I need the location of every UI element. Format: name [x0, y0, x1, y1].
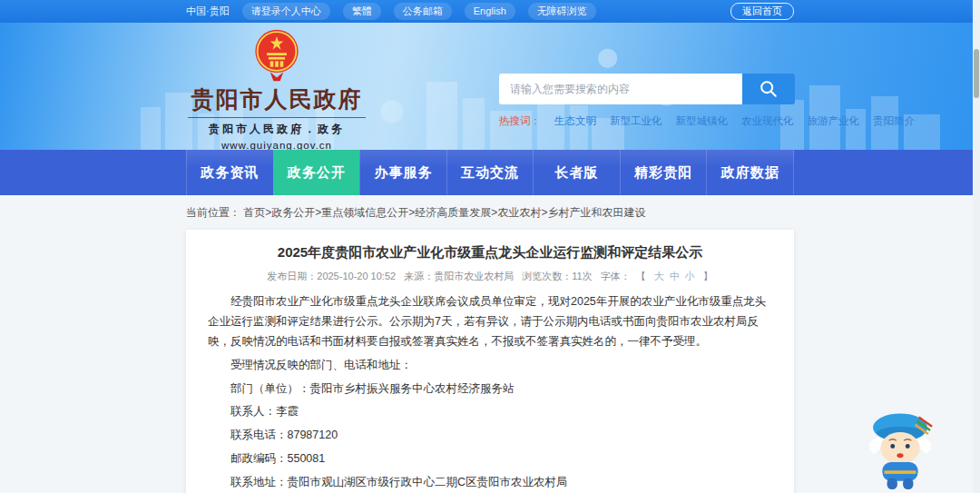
- article-paragraph: 部门（单位）：贵阳市乡村振兴服务中心农村经济服务站: [208, 380, 772, 399]
- site-name: 贵阳市人民政府: [186, 84, 368, 114]
- nav-tab[interactable]: 精彩贵阳: [620, 150, 707, 195]
- search-icon: [759, 79, 779, 99]
- breadcrumb-path[interactable]: 首页>政务公开>重点领域信息公开>经济高质量发展>农业农村>乡村产业和农田建设: [243, 206, 645, 219]
- article-paragraph: 联系人：李霞: [208, 402, 772, 422]
- site-header: 贵阳市人民政府 贵阳市人民政府．政务 www.guiyang.gov.cn 热搜…: [0, 23, 980, 150]
- topbar-link[interactable]: 公务邮箱: [394, 3, 452, 20]
- hot-search-word[interactable]: 新型工业化: [610, 114, 662, 128]
- scrollbar-track[interactable]: [973, 0, 980, 493]
- font-size-bracket: 】: [703, 271, 713, 281]
- topbar-link[interactable]: 无障碍浏览: [528, 3, 596, 20]
- article-paragraph: 联系电话：87987120: [208, 426, 772, 446]
- logo-divider: [188, 117, 366, 118]
- article-paragraph: 联系地址：贵阳市观山湖区市级行政中心二期C区贵阳市农业农村局: [208, 473, 772, 493]
- search-block: 热搜词： 生态文明 新型工业化 新型城镇化 农业现代化 旅游产业化 贵阳简介: [499, 74, 795, 128]
- breadcrumb-label: 当前位置：: [186, 206, 240, 219]
- nav-tab[interactable]: 长者版: [533, 150, 620, 195]
- scrollbar-thumb[interactable]: [974, 49, 979, 98]
- nav-tab[interactable]: 政务资讯: [186, 150, 273, 195]
- hot-search-label: 热搜词：: [499, 114, 541, 128]
- font-size-option[interactable]: 小: [685, 271, 695, 281]
- nav-tab[interactable]: 政府数据: [706, 150, 794, 195]
- nav-tab[interactable]: 办事服务: [359, 150, 446, 195]
- font-size-option[interactable]: 大: [654, 271, 664, 281]
- hot-search-word[interactable]: 农业现代化: [741, 114, 794, 128]
- article-paragraph: 经贵阳市农业产业化市级重点龙头企业联席会议成员单位审定，现对2025年开展的农业…: [208, 292, 772, 352]
- font-size-options: 大中小: [652, 271, 698, 281]
- back-to-home-button[interactable]: 返回首页: [730, 3, 794, 20]
- article-title: 2025年度贵阳市农业产业化市级重点龙头企业运行监测和评定结果公示: [208, 244, 772, 261]
- topbar-link[interactable]: English: [465, 3, 515, 20]
- publish-date: 发布日期：2025-10-20 10:52: [267, 271, 396, 281]
- nav-tab[interactable]: 政务公开: [273, 150, 360, 195]
- mascot-figure[interactable]: [853, 402, 947, 491]
- top-utility-bar: 中国·贵阳 请登录个人中心 繁體 公务邮箱 English 无障碍浏览 返回首页: [0, 0, 980, 23]
- breadcrumb: 当前位置： 首页>政务公开>重点领域信息公开>经济高质量发展>农业农村>乡村产业…: [0, 195, 980, 230]
- site-url: www.guiyang.gov.cn: [186, 140, 368, 150]
- hot-search-word[interactable]: 旅游产业化: [808, 114, 860, 128]
- search-button[interactable]: [742, 74, 795, 104]
- font-size-option[interactable]: 中: [670, 271, 680, 281]
- site-subtitle: 贵阳市人民政府．政务: [186, 122, 368, 137]
- hot-search-word[interactable]: 新型城镇化: [676, 114, 729, 128]
- article-paragraph: 受理情况反映的部门、电话和地址：: [208, 356, 772, 376]
- article-card: 2025年度贵阳市农业产业化市级重点龙头企业运行监测和评定结果公示 发布日期：2…: [186, 230, 794, 493]
- article-source: 来源：贵阳市农业农村局: [404, 271, 514, 281]
- font-size-label: 字体：: [601, 271, 631, 281]
- hot-search-word[interactable]: 生态文明: [554, 114, 596, 128]
- nav-tab[interactable]: 互动交流: [446, 150, 534, 195]
- hot-search-word[interactable]: 贵阳简介: [873, 114, 915, 128]
- topbar-link[interactable]: 繁體: [343, 3, 381, 20]
- article-meta: 发布日期：2025-10-20 10:52 来源：贵阳市农业农村局 浏览次数：1…: [208, 270, 772, 283]
- search-input[interactable]: [499, 74, 742, 104]
- site-logo-block[interactable]: 贵阳市人民政府 贵阳市人民政府．政务 www.guiyang.gov.cn: [186, 28, 368, 150]
- topbar-link[interactable]: 请登录个人中心: [242, 3, 330, 20]
- main-navigation: 政务资讯 政务公开 办事服务 互动交流 长者版 精彩贵阳 政府数据: [0, 150, 980, 195]
- view-count: 浏览次数：11次: [522, 271, 592, 281]
- article-body: 经贵阳市农业产业化市级重点龙头企业联席会议成员单位审定，现对2025年开展的农业…: [208, 292, 772, 493]
- font-size-bracket: 【: [636, 271, 646, 281]
- topbar-links: 中国·贵阳 请登录个人中心 繁體 公务邮箱 English 无障碍浏览: [186, 3, 596, 20]
- article-paragraph: 邮政编码：550081: [208, 449, 772, 469]
- topbar-link[interactable]: 中国·贵阳: [186, 4, 230, 19]
- national-emblem-icon: [251, 28, 302, 83]
- hot-search-words: 生态文明 新型工业化 新型城镇化 农业现代化 旅游产业化 贵阳简介: [554, 114, 915, 128]
